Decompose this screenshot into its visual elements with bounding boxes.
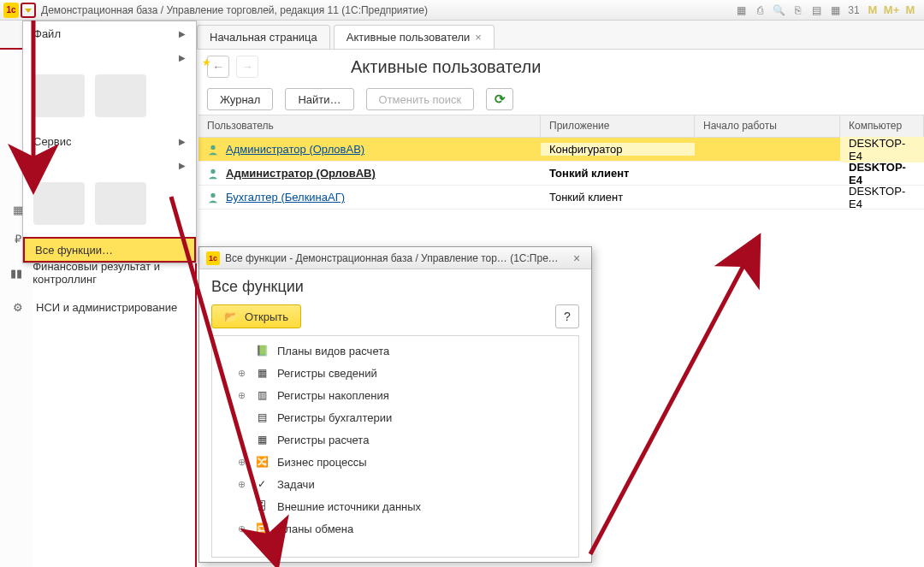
date-icon[interactable]: 31 [847, 3, 861, 17]
menu-thumbnails [23, 69, 196, 129]
submenu-arrow-icon: ▶ [179, 137, 186, 146]
tree-item[interactable]: ⊕🔀Бизнес процессы [212, 451, 578, 473]
link-icon[interactable]: ⎘ [791, 3, 804, 17]
refresh-icon: ⟳ [495, 92, 506, 107]
cell-app: Тонкий клиент [541, 191, 695, 204]
page-title: Активные пользователи [351, 57, 541, 77]
window-thumbnail[interactable] [95, 182, 146, 225]
svg-point-3 [210, 192, 215, 197]
grid-row[interactable]: Бухгалтер (БелкинаАГ) Тонкий клиент DESK… [198, 186, 924, 210]
print-icon[interactable]: ⎙ [753, 3, 767, 17]
cell-app: Тонкий клиент [541, 167, 695, 180]
favorite-star-icon[interactable]: ★ [202, 56, 211, 68]
window-thumbnail[interactable] [95, 74, 146, 117]
expander-icon[interactable]: ⊕ [236, 479, 246, 490]
close-icon[interactable]: × [475, 31, 482, 44]
expander-icon[interactable]: ⊕ [236, 523, 246, 535]
cell-comp: DESKTOP-E4 [840, 137, 924, 162]
tree-item[interactable]: ⊕🔁Планы обмена [212, 517, 578, 540]
help-button[interactable]: ? [555, 304, 579, 328]
task-icon: ✓ [255, 477, 269, 491]
nav-forward-button[interactable]: → [236, 56, 258, 78]
tool-icon[interactable]: ▦ [734, 3, 748, 17]
tree-item[interactable]: ⊕✓Задачи [212, 473, 578, 495]
user-icon [207, 168, 219, 180]
window-thumbnail[interactable] [33, 74, 85, 117]
m-plus-indicator[interactable]: M+ [885, 3, 898, 17]
system-menu: Файл ▶ ▶ Сервис ▶ ▶ Все функции… [22, 21, 197, 263]
expander-icon[interactable]: ⊕ [236, 457, 246, 468]
col-app[interactable]: Приложение [541, 115, 695, 137]
submenu-arrow-icon: ▶ [179, 161, 186, 170]
page-header: ← → Активные пользователи [198, 50, 924, 84]
menu-blank[interactable]: ▶ [23, 45, 196, 69]
sidebar-label: НСИ и администрирование [36, 301, 177, 314]
expander-icon[interactable]: ⊕ [236, 368, 246, 379]
tab-active-users[interactable]: Активные пользователи × [334, 25, 495, 49]
expander-icon[interactable]: ⊕ [236, 390, 246, 401]
dialog-heading: Все функции [211, 278, 579, 296]
sidebar-item-nsi-admin[interactable]: ⚙ НСИ и администрирование [0, 292, 195, 322]
cell-comp: DESKTOP-E4 [840, 185, 924, 210]
acc-register-icon: ▤ [255, 410, 269, 424]
user-icon [207, 192, 219, 204]
journal-button[interactable]: Журнал [207, 88, 273, 110]
refresh-button[interactable]: ⟳ [486, 88, 513, 110]
col-comp[interactable]: Компьютер [840, 115, 924, 137]
user-link[interactable]: Администратор (ОрловАВ) [226, 143, 364, 156]
exchange-plan-icon: 🔁 [255, 522, 269, 535]
menu-file[interactable]: Файл ▶ [23, 21, 196, 45]
window-thumbnail[interactable] [33, 182, 85, 225]
m-indicator-2[interactable]: M [903, 3, 917, 17]
tree-item[interactable]: ▤Регистры бухгалтерии [212, 406, 578, 428]
menu-thumbnails [23, 177, 196, 237]
tab-label: Начальная страница [210, 31, 317, 44]
grid-row[interactable]: Администратор (ОрловАВ) Конфигуратор DES… [198, 138, 924, 162]
svg-point-1 [210, 145, 215, 149]
tree-item[interactable]: ▦Регистры расчета [212, 428, 578, 451]
grid-header: Пользователь Приложение Начало работы Ко… [198, 115, 924, 138]
app-logo-icon: 1c [206, 251, 220, 265]
sidebar-label: Финансовый результат и контроллинг [33, 260, 187, 286]
dialog-title: Все функции - Демонстрационная база / Уп… [225, 252, 564, 264]
svg-marker-0 [25, 9, 32, 13]
system-menu-button[interactable] [21, 3, 36, 18]
tab-start-page[interactable]: Начальная страница [197, 25, 330, 49]
titlebar: 1c Демонстрационная база / Управление то… [0, 0, 924, 21]
gear-icon: ⚙ [10, 299, 26, 315]
tab-label: Активные пользователи [346, 31, 471, 44]
search-icon[interactable]: 🔍 [772, 3, 785, 17]
user-link[interactable]: Администратор (ОрловАВ) [226, 167, 376, 180]
menu-blank2[interactable]: ▶ [23, 153, 196, 177]
close-icon[interactable]: × [569, 251, 584, 266]
col-start[interactable]: Начало работы [695, 115, 840, 137]
folder-open-icon: 📂 [224, 310, 238, 323]
tree-item[interactable]: 📗Планы видов расчета [212, 340, 578, 362]
chart-icon: ▮▮ [10, 265, 22, 281]
submenu-arrow-icon: ▶ [179, 53, 186, 62]
open-button[interactable]: 📂 Открыть [211, 304, 301, 328]
calc-plan-icon: 📗 [255, 344, 269, 357]
m-indicator[interactable]: M [866, 3, 880, 17]
functions-tree[interactable]: 📗Планы видов расчета ⊕▦Регистры сведений… [211, 335, 579, 558]
accum-register-icon: ▥ [255, 388, 269, 402]
find-button[interactable]: Найти… [285, 88, 353, 110]
svg-point-2 [210, 168, 215, 173]
users-grid: Пользователь Приложение Начало работы Ко… [198, 115, 924, 210]
tree-item[interactable]: ⊕▦Регистры сведений [212, 362, 578, 384]
col-user[interactable]: Пользователь [198, 115, 541, 137]
all-functions-dialog: 1c Все функции - Демонстрационная база /… [198, 246, 592, 563]
ext-data-icon: 🗄 [255, 499, 269, 513]
cell-comp: DESKTOP-E4 [840, 161, 924, 186]
menu-all-functions[interactable]: Все функции… [23, 237, 196, 263]
user-link[interactable]: Бухгалтер (БелкинаАГ) [226, 191, 345, 204]
calc-icon[interactable]: ▤ [809, 3, 823, 17]
grid-row[interactable]: Администратор (ОрловАВ) Тонкий клиент DE… [198, 162, 924, 186]
calendar-icon[interactable]: ▦ [828, 3, 842, 17]
cancel-search-button[interactable]: Отменить поиск [366, 88, 475, 110]
menu-service[interactable]: Сервис ▶ [23, 129, 196, 153]
dialog-titlebar[interactable]: 1c Все функции - Демонстрационная база /… [199, 247, 591, 269]
tree-item[interactable]: 🗄Внешние источники данных [212, 495, 578, 517]
window-title: Демонстрационная база / Управление торго… [41, 4, 428, 16]
tree-item[interactable]: ⊕▥Регистры накопления [212, 384, 578, 406]
